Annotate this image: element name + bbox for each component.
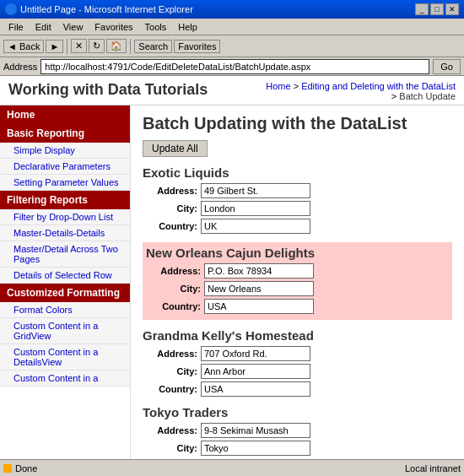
sidebar-item-details-selected-row[interactable]: Details of Selected Row bbox=[0, 268, 130, 284]
search-button[interactable]: Search bbox=[134, 40, 172, 53]
maximize-button[interactable]: □ bbox=[430, 3, 444, 15]
sidebar-section-basic-reporting[interactable]: Basic Reporting bbox=[0, 124, 130, 143]
field-row-country-2: Country: bbox=[143, 381, 452, 397]
menu-favorites[interactable]: Favorites bbox=[89, 21, 138, 33]
forward-button[interactable]: ► bbox=[46, 40, 63, 53]
title-bar: Untitled Page - Microsoft Internet Explo… bbox=[0, 0, 464, 19]
sidebar-item-custom-content-gridview[interactable]: Custom Content in a GridView bbox=[0, 318, 130, 344]
menu-tools[interactable]: Tools bbox=[140, 21, 172, 33]
status-bar: Done Local intranet bbox=[0, 459, 464, 476]
address-input[interactable] bbox=[40, 59, 429, 74]
menu-file[interactable]: File bbox=[3, 21, 29, 33]
field-row-city-3: City: bbox=[143, 441, 452, 456]
sidebar-section-filtering-reports[interactable]: Filtering Reports bbox=[0, 191, 130, 209]
sidebar-section-home[interactable]: Home bbox=[0, 105, 130, 124]
status-text: Done bbox=[15, 463, 37, 473]
address-input-3[interactable] bbox=[201, 423, 310, 438]
title-bar-left: Untitled Page - Microsoft Internet Explo… bbox=[5, 3, 193, 15]
refresh-button[interactable]: ↻ bbox=[89, 39, 105, 53]
address-bar: Address Go bbox=[0, 57, 464, 76]
home-button[interactable]: 🏠 bbox=[106, 39, 127, 53]
field-row-city-2: City: bbox=[143, 364, 452, 379]
address-label: Address bbox=[3, 62, 37, 72]
city-label-2: City: bbox=[143, 366, 197, 376]
status-icon bbox=[3, 464, 12, 473]
city-label-1: City: bbox=[146, 284, 201, 294]
field-row-address-3: Address: bbox=[143, 423, 452, 438]
content-title: Batch Updating with the DataList bbox=[143, 114, 452, 133]
address-input-2[interactable] bbox=[201, 346, 310, 361]
update-all-button[interactable]: Update All bbox=[143, 140, 208, 157]
sidebar-item-master-details[interactable]: Master-Details-Details bbox=[0, 225, 130, 241]
company-block-new-orleans: New Orleans Cajun Delights Address: City… bbox=[143, 242, 452, 320]
sidebar-item-setting-parameter-values[interactable]: Setting Parameter Values bbox=[0, 175, 130, 191]
sidebar-item-declarative-parameters[interactable]: Declarative Parameters bbox=[0, 159, 130, 175]
address-label-1: Address: bbox=[146, 266, 201, 276]
address-input-1[interactable] bbox=[204, 263, 314, 279]
main-layout: Home Basic Reporting Simple Display Decl… bbox=[0, 105, 464, 459]
sidebar-item-master-detail-across[interactable]: Master/Detail Across Two Pages bbox=[0, 241, 130, 268]
breadcrumb-current: Batch Update bbox=[399, 91, 456, 101]
city-label-3: City: bbox=[143, 443, 197, 453]
status-left: Done bbox=[3, 463, 37, 473]
city-label-0: City: bbox=[143, 203, 197, 214]
site-title: Working with Data Tutorials bbox=[8, 81, 208, 99]
stop-button[interactable]: ✕ bbox=[71, 39, 87, 53]
ie-icon bbox=[5, 3, 17, 15]
sidebar-item-filter-dropdown[interactable]: Filter by Drop-Down List bbox=[0, 209, 130, 225]
window-title: Untitled Page - Microsoft Internet Explo… bbox=[20, 4, 193, 14]
country-input-1[interactable] bbox=[204, 299, 314, 314]
company-block-grandma-kelly: Grandma Kelly's Homestead Address: City:… bbox=[143, 328, 452, 397]
sidebar-item-custom-content-other[interactable]: Custom Content in a bbox=[0, 371, 130, 387]
sidebar-item-custom-content-detailsview[interactable]: Custom Content in a DetailsView bbox=[0, 344, 130, 371]
address-label-3: Address: bbox=[143, 425, 197, 435]
company-name-2: Grandma Kelly's Homestead bbox=[143, 328, 452, 343]
toolbar-separator-1 bbox=[67, 39, 67, 54]
city-input-1[interactable] bbox=[204, 281, 314, 296]
field-row-address-2: Address: bbox=[143, 346, 452, 361]
breadcrumb-home[interactable]: Home bbox=[266, 81, 290, 91]
country-input-2[interactable] bbox=[201, 381, 310, 397]
menu-view[interactable]: View bbox=[58, 21, 89, 33]
window-controls[interactable]: _ □ ✕ bbox=[415, 3, 459, 15]
breadcrumb: Home > Editing and Deleting with the Dat… bbox=[266, 81, 456, 101]
field-row-city-0: City: bbox=[143, 201, 452, 216]
country-input-0[interactable] bbox=[201, 219, 310, 234]
country-label-2: Country: bbox=[143, 384, 197, 394]
field-row-address-1: Address: bbox=[146, 263, 449, 279]
city-input-2[interactable] bbox=[201, 364, 310, 379]
menu-edit[interactable]: Edit bbox=[30, 21, 57, 33]
sidebar-item-format-colors[interactable]: Format Colors bbox=[0, 302, 130, 318]
menu-help[interactable]: Help bbox=[173, 21, 202, 33]
address-input-0[interactable] bbox=[201, 183, 310, 198]
company-name-0: Exotic Liquids bbox=[143, 165, 452, 180]
sidebar-section-customized-formatting[interactable]: Customized Formatting bbox=[0, 284, 130, 302]
minimize-button[interactable]: _ bbox=[415, 3, 429, 15]
company-block-tokyo-traders: Tokyo Traders Address: City: bbox=[143, 405, 452, 456]
toolbar: ◄ Back ► ✕ ↻ 🏠 Search Favorites bbox=[0, 35, 464, 57]
address-label-0: Address: bbox=[143, 186, 197, 196]
page-header: Working with Data Tutorials Home > Editi… bbox=[0, 76, 464, 105]
field-row-country-0: Country: bbox=[143, 219, 452, 234]
company-name-3: Tokyo Traders bbox=[143, 405, 452, 419]
sidebar: Home Basic Reporting Simple Display Decl… bbox=[0, 105, 131, 459]
toolbar-separator-2 bbox=[130, 39, 131, 54]
city-input-3[interactable] bbox=[201, 441, 310, 456]
breadcrumb-parent[interactable]: Editing and Deleting with the DataList bbox=[301, 81, 456, 91]
close-button[interactable]: ✕ bbox=[445, 3, 459, 15]
country-label-0: Country: bbox=[143, 221, 197, 231]
status-zone: Local intranet bbox=[405, 463, 461, 473]
company-name-1: New Orleans Cajun Delights bbox=[146, 246, 449, 260]
back-button[interactable]: ◄ Back bbox=[3, 40, 44, 53]
field-row-city-1: City: bbox=[146, 281, 449, 296]
go-button[interactable]: Go bbox=[433, 59, 461, 74]
menu-bar: File Edit View Favorites Tools Help bbox=[0, 19, 464, 35]
sidebar-item-simple-display[interactable]: Simple Display bbox=[0, 143, 130, 159]
address-label-2: Address: bbox=[143, 349, 197, 359]
country-label-1: Country: bbox=[146, 301, 201, 311]
city-input-0[interactable] bbox=[201, 201, 310, 216]
company-block-exotic-liquids: Exotic Liquids Address: City: Country: bbox=[143, 165, 452, 234]
favorites-button[interactable]: Favorites bbox=[174, 40, 220, 53]
field-row-country-1: Country: bbox=[146, 299, 449, 314]
field-row-address-0: Address: bbox=[143, 183, 452, 198]
